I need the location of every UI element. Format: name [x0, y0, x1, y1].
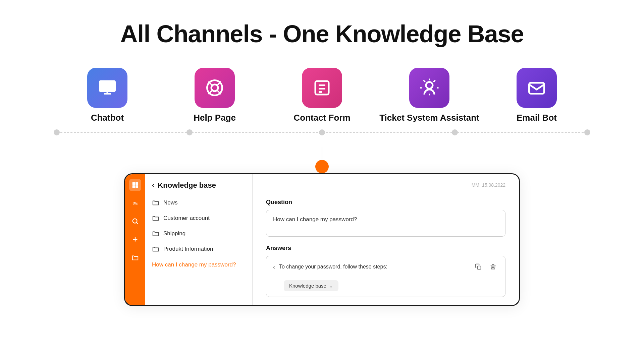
svg-point-9: [426, 82, 433, 89]
svg-rect-12: [136, 182, 138, 185]
question-label: Question: [266, 199, 505, 206]
nav-item-customer-account[interactable]: Customer account: [145, 210, 252, 226]
nav-item-produkt[interactable]: Produkt Information: [145, 241, 252, 257]
channel-contactform: Contact Form: [268, 68, 376, 123]
helppage-icon: [205, 78, 225, 98]
svg-rect-14: [136, 185, 138, 188]
svg-point-15: [133, 219, 137, 223]
contactform-icon-bg: [302, 68, 342, 108]
answer-item: ‹ To change your password, follow these …: [266, 256, 505, 297]
answer-header: ‹ To change your password, follow these …: [266, 256, 505, 278]
timeline-dot-1: [54, 129, 60, 135]
svg-rect-10: [529, 83, 544, 94]
nav-header: ‹ Knowledge base: [145, 181, 252, 195]
main-content: MM, 15.08.2022 Question How can I change…: [253, 174, 519, 305]
answer-delete-button[interactable]: [488, 261, 498, 272]
sidebar-lang-button[interactable]: DE: [129, 197, 141, 209]
timeline: [0, 126, 644, 146]
grid-icon: [131, 181, 139, 189]
connector-circle: [315, 160, 329, 173]
svg-rect-19: [478, 266, 481, 269]
emailbot-icon: [527, 78, 547, 98]
svg-point-1: [103, 85, 106, 87]
nav-title: Knowledge base: [158, 181, 216, 190]
svg-point-2: [109, 85, 112, 87]
nav-item-news[interactable]: News: [145, 195, 252, 210]
nav-panel: ‹ Knowledge base News Customer account: [145, 174, 253, 305]
ticketsystem-label: Ticket System Assistant: [379, 113, 479, 123]
answer-actions: [473, 261, 498, 272]
nav-item-shipping-label: Shipping: [163, 230, 185, 237]
plus-icon: [131, 236, 139, 243]
svg-rect-0: [99, 80, 116, 92]
sidebar-add-icon[interactable]: [129, 233, 141, 245]
svg-point-4: [211, 84, 218, 91]
answers-label: Answers: [266, 245, 505, 252]
connector-down: [0, 146, 644, 167]
timeline-dot-4: [452, 129, 458, 135]
answer-text: To change your password, follow these st…: [279, 264, 469, 270]
contactform-icon: [312, 78, 332, 98]
svg-rect-11: [132, 182, 135, 185]
content-divider: [266, 192, 505, 192]
chatbot-label: Chatbot: [91, 113, 124, 123]
sidebar-search-icon[interactable]: [129, 215, 141, 227]
sidebar-icons: DE: [125, 174, 145, 305]
ticketsystem-icon: [419, 78, 439, 98]
chatbot-icon-bg: [87, 68, 127, 108]
app-mockup: DE ‹: [124, 173, 520, 306]
svg-rect-13: [132, 185, 135, 188]
nav-item-customer-label: Customer account: [163, 215, 210, 222]
vertical-line: [322, 146, 322, 160]
nav-active-item[interactable]: How can I change my password?: [145, 257, 252, 273]
answer-tag-row: Knowledge base ⌄: [266, 278, 505, 297]
contactform-label: Contact Form: [294, 113, 351, 123]
folder-icon-nav2: [152, 215, 159, 222]
question-box[interactable]: How can I change my password?: [266, 210, 505, 237]
helppage-icon-bg: [195, 68, 235, 108]
folder-icon: [131, 254, 139, 261]
nav-item-shipping[interactable]: Shipping: [145, 226, 252, 241]
channel-ticketsystem: Ticket System Assistant: [376, 68, 483, 123]
channel-emailbot: Email Bot: [483, 68, 590, 123]
answer-copy-button[interactable]: [473, 261, 484, 272]
timeline-dot-5: [584, 129, 590, 135]
chatbot-icon: [97, 78, 117, 98]
folder-icon-nav4: [152, 245, 159, 253]
channel-chatbot: Chatbot: [54, 68, 161, 123]
emailbot-icon-bg: [517, 68, 557, 108]
sidebar-grid-icon[interactable]: [129, 179, 141, 191]
nav-back-button[interactable]: ‹: [152, 181, 154, 190]
channel-helppage: Help Page: [161, 68, 268, 123]
search-icon: [131, 218, 139, 225]
answer-tag[interactable]: Knowledge base ⌄: [284, 280, 338, 291]
emailbot-label: Email Bot: [517, 113, 557, 123]
answer-expand-icon[interactable]: ‹: [273, 263, 275, 270]
helppage-label: Help Page: [194, 113, 236, 123]
sidebar-lang-label: DE: [132, 201, 138, 205]
tag-chevron-icon: ⌄: [329, 283, 333, 289]
folder-icon-nav: [152, 199, 159, 206]
ticketsystem-icon-bg: [409, 68, 449, 108]
copy-icon: [475, 263, 482, 270]
timeline-dot-3: [319, 129, 325, 135]
timeline-dot-2: [186, 129, 193, 135]
nav-item-produkt-label: Produkt Information: [163, 246, 213, 252]
sidebar-folder-icon[interactable]: [129, 251, 141, 263]
content-date: MM, 15.08.2022: [266, 182, 505, 188]
app-mockup-wrapper: DE ‹: [0, 167, 644, 306]
svg-line-16: [137, 223, 138, 224]
folder-icon-nav3: [152, 230, 159, 237]
channels-row: Chatbot Help Page Contact Form: [0, 68, 644, 123]
trash-icon: [490, 263, 496, 270]
page-title: All Channels - One Knowledge Base: [0, 0, 644, 68]
nav-item-news-label: News: [163, 199, 178, 206]
answer-tag-label: Knowledge base: [289, 283, 326, 289]
timeline-dots: [54, 129, 590, 135]
